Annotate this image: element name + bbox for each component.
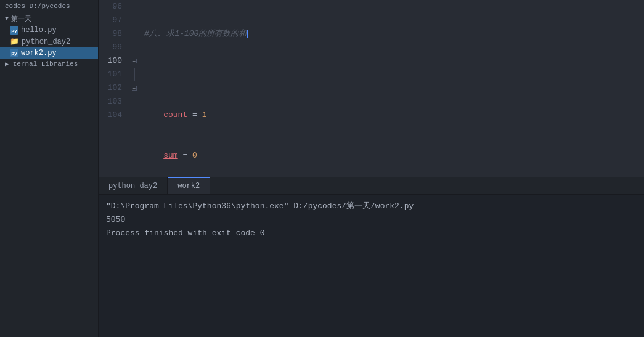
text-cursor: [247, 30, 248, 38]
comment-text: #八. 求1-100的所有数的和: [144, 29, 247, 38]
line-number: 102: [99, 81, 122, 95]
fold-line: [129, 0, 139, 14]
fold-toggle-inner[interactable]: −: [132, 86, 137, 91]
editor-area: 96 97 98 99 100 101 102 103 104 −: [99, 0, 644, 337]
line-number: 98: [99, 27, 122, 41]
fold-open-indicator[interactable]: −: [129, 54, 139, 68]
tab-work2[interactable]: work2: [168, 177, 210, 194]
line-numbers: 96 97 98 99 100 101 102 103 104: [99, 0, 129, 177]
code-line-98: count = 1: [144, 108, 644, 122]
sidebar-item-label: python_day2: [22, 38, 70, 46]
sidebar-external-libraries[interactable]: ▶ ternal Libraries: [0, 59, 98, 69]
tab-python-day2[interactable]: python_day2: [99, 177, 168, 194]
code-editor[interactable]: 96 97 98 99 100 101 102 103 104 −: [99, 0, 644, 177]
sidebar-item-label: work2.py: [21, 49, 57, 57]
sidebar-item-label: hello.py: [21, 26, 57, 35]
fold-line: −: [129, 81, 139, 95]
sidebar-item-hello[interactable]: py hello.py: [0, 25, 98, 36]
fold-line: [129, 68, 139, 81]
line-number: 100: [99, 54, 122, 68]
external-libraries-label: ternal Libraries: [13, 60, 78, 68]
line-number: 96: [99, 0, 122, 14]
fold-line: [129, 27, 139, 41]
line-number: 101: [99, 68, 122, 81]
left-gutter: 96 97 98 99 100 101 102 103 104 −: [99, 0, 139, 177]
fold-line: [129, 14, 139, 27]
main-area: codes D:/pycodes ▼ 第一天 py hello.py 📁 pyt…: [0, 0, 644, 337]
code-line-97: [144, 68, 644, 81]
sidebar: codes D:/pycodes ▼ 第一天 py hello.py 📁 pyt…: [0, 0, 99, 337]
code-content[interactable]: #八. 求1-100的所有数的和 count = 1 sum = 0 while…: [139, 0, 644, 177]
fold-toggle[interactable]: −: [132, 59, 137, 63]
chevron-down-icon: ▼: [5, 15, 9, 22]
number-1: 1: [202, 110, 207, 120]
line-number: 99: [99, 41, 122, 54]
code-line-99: sum = 0: [144, 149, 644, 163]
line-number: 104: [99, 108, 122, 122]
python-file-icon: py: [10, 49, 18, 57]
folder-icon: 📁: [10, 37, 19, 46]
chevron-right-icon: ▶: [5, 61, 9, 68]
sidebar-header: codes D:/pycodes: [0, 0, 98, 12]
line-number: 103: [99, 95, 122, 108]
sidebar-item-work2[interactable]: py work2.py: [0, 47, 98, 59]
sidebar-group-first-day[interactable]: ▼ 第一天: [0, 12, 98, 25]
terminal-command: "D:\Program Files\Python36\python.exe" D…: [106, 200, 637, 213]
terminal-content[interactable]: "D:\Program Files\Python36\python.exe" D…: [99, 195, 644, 337]
terminal-exit-message: Process finished with exit code 0: [106, 227, 637, 240]
var-count: count: [163, 110, 187, 120]
var-sum: sum: [163, 151, 177, 160]
python-file-icon: py: [10, 26, 18, 35]
sidebar-item-python-day2[interactable]: 📁 python_day2: [0, 36, 98, 47]
terminal-output: 5050: [106, 213, 637, 227]
bottom-panel: python_day2 work2 "D:\Program Files\Pyth…: [99, 177, 644, 337]
operator: =: [178, 151, 192, 160]
line-number: 97: [99, 14, 122, 27]
code-line-96: #八. 求1-100的所有数的和: [144, 27, 644, 41]
operator: =: [187, 110, 202, 120]
fold-area: − −: [129, 0, 139, 177]
fold-line: [129, 95, 139, 108]
fold-line: [129, 108, 139, 122]
number-0: 0: [192, 151, 197, 160]
fold-line: [129, 41, 139, 54]
panel-tabs: python_day2 work2: [99, 177, 644, 195]
sidebar-group-label-text: 第一天: [11, 14, 31, 23]
